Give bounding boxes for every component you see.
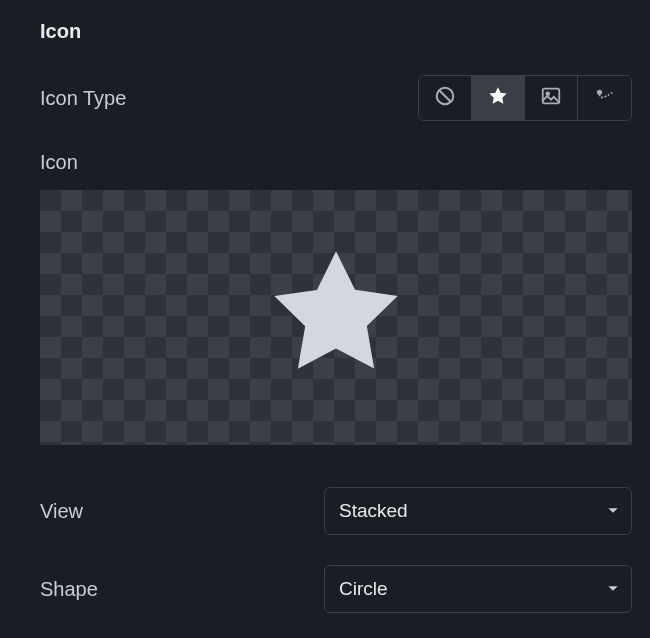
image-icon xyxy=(540,85,562,112)
shape-select-wrap: Circle xyxy=(324,565,632,613)
icon-type-star[interactable] xyxy=(472,76,525,120)
preview-star-icon xyxy=(261,240,411,395)
svg-point-4 xyxy=(597,90,601,94)
icon-type-group xyxy=(418,75,632,121)
path-icon xyxy=(594,85,616,112)
view-select-value: Stacked xyxy=(339,500,408,522)
icon-type-row: Icon Type xyxy=(40,75,632,121)
icon-type-custom[interactable] xyxy=(578,76,631,120)
icon-type-label: Icon Type xyxy=(40,87,126,110)
svg-line-1 xyxy=(439,90,451,102)
view-select-wrap: Stacked xyxy=(324,487,632,535)
shape-select[interactable]: Circle xyxy=(324,565,632,613)
shape-label: Shape xyxy=(40,578,98,601)
icon-preview-label: Icon xyxy=(40,151,632,174)
shape-select-value: Circle xyxy=(339,578,388,600)
view-label: View xyxy=(40,500,83,523)
icon-type-none[interactable] xyxy=(419,76,472,120)
none-icon xyxy=(434,85,456,112)
icon-type-image[interactable] xyxy=(525,76,578,120)
icon-preview[interactable] xyxy=(40,190,632,445)
section-title: Icon xyxy=(40,20,632,43)
star-icon xyxy=(487,85,509,112)
shape-row: Shape Circle xyxy=(40,565,632,613)
view-select[interactable]: Stacked xyxy=(324,487,632,535)
svg-point-3 xyxy=(546,92,549,95)
view-row: View Stacked xyxy=(40,487,632,535)
